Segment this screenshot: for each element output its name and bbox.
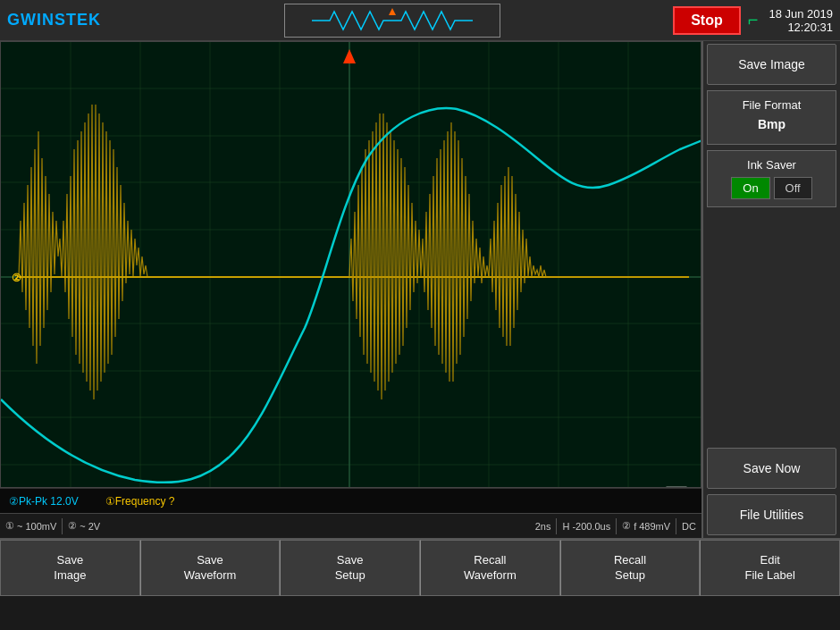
main-area: F ② ②Pk-Pk 12.0V ①Frequency ? ① ~ 100mV [0, 41, 840, 538]
ink-saver-label: Ink Saver [715, 158, 828, 172]
ch2-params: ② ~ 2V [68, 520, 100, 532]
ink-saver-section: Ink Saver On Off [707, 150, 836, 207]
scope-area: F ② ②Pk-Pk 12.0V ①Frequency ? ① ~ 100mV [0, 41, 701, 538]
save-image-button[interactable]: Save Image [0, 540, 140, 596]
right-panel: Save Image File Format Bmp Ink Saver On … [701, 41, 840, 538]
trigger-param: H -200.0us [562, 521, 610, 532]
trigger-display [119, 4, 666, 38]
recall-setup-button[interactable]: Recall Setup [560, 540, 701, 596]
file-format-section: File Format Bmp [707, 90, 836, 145]
svg-text:②: ② [12, 272, 21, 284]
datetime: 18 Jun 2019 12:20:31 [769, 7, 833, 34]
trigger-icon: ⌐ [748, 10, 759, 30]
edit-file-label-button[interactable]: Edit File Label [700, 540, 840, 596]
file-utilities-button[interactable]: File Utilities [707, 494, 836, 535]
trigger-box [284, 4, 500, 38]
divider3 [616, 518, 617, 534]
ink-saver-on-button[interactable]: On [731, 177, 769, 199]
save-image-panel-button[interactable]: Save Image [707, 44, 836, 85]
ch1-frequency: ①Frequency ? [105, 495, 175, 508]
divider4 [676, 518, 676, 534]
ch2-trigger: ② f 489mV [622, 520, 670, 532]
divider1 [62, 518, 63, 534]
grid: F ② [1, 42, 701, 487]
bottom-buttons: Save Image Save Waveform Save Setup Reca… [0, 538, 840, 596]
recall-waveform-button[interactable]: Recall Waveform [420, 540, 560, 596]
measurements-bar: ②Pk-Pk 12.0V ①Frequency ? [0, 488, 701, 513]
ink-saver-toggle: On Off [715, 177, 828, 199]
save-waveform-button[interactable]: Save Waveform [140, 540, 281, 596]
params-bar: ① ~ 100mV ② ~ 2V 2ns H -200.0us ② f [0, 513, 701, 538]
scope-screen: F ② [0, 41, 701, 488]
timebase-param: 2ns [535, 521, 551, 532]
save-now-button[interactable]: Save Now [707, 448, 836, 489]
trigger-preview [312, 8, 473, 33]
file-format-value: Bmp [715, 117, 828, 131]
stop-button[interactable]: Stop [673, 6, 741, 35]
coupling-param: DC [682, 521, 696, 532]
ch1-params: ① ~ 100mV [5, 520, 56, 532]
header: GWINSTEK Stop ⌐ 18 Jun 2019 12:20:31 [0, 0, 840, 41]
ch2-pkpk: ②Pk-Pk 12.0V [9, 495, 79, 508]
file-format-label: File Format [715, 98, 828, 112]
divider2 [556, 518, 557, 534]
svg-marker-0 [389, 8, 396, 15]
save-setup-button[interactable]: Save Setup [280, 540, 420, 596]
logo: GWINSTEK [7, 11, 101, 29]
ink-saver-off-button[interactable]: Off [774, 177, 812, 199]
